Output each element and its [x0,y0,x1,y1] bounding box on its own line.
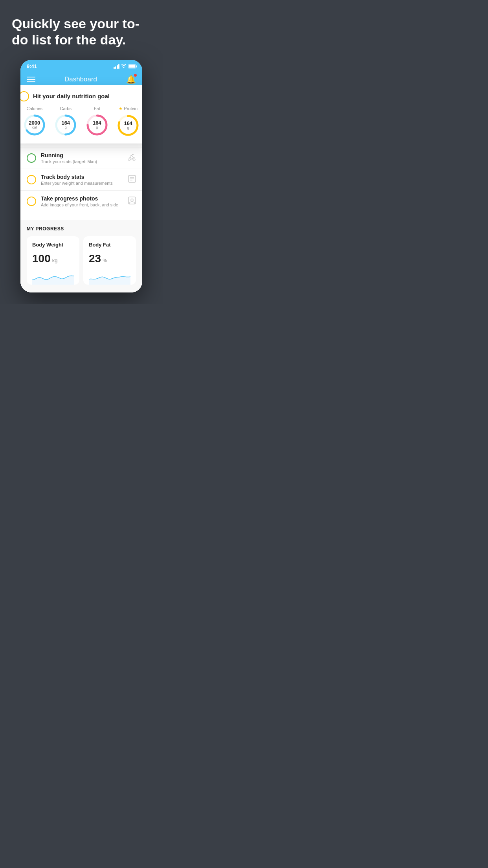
todo-item-running[interactable]: Running Track your stats (target: 5km) [20,147,142,169]
status-icons [114,64,136,69]
progress-photos-text: Take progress photos Add images of your … [41,195,123,207]
calories-label: Calories [27,106,42,111]
todo-list: Running Track your stats (target: 5km) [20,147,142,212]
calories-value: 2000 [29,120,40,126]
carbs-label: Carbs [60,106,72,111]
nutrition-calories: Calories 2000 cal [23,106,46,137]
body-fat-chart [89,269,130,285]
body-weight-card-title: Body Weight [32,242,74,248]
running-check-circle [27,153,36,163]
phone-mockup: 9:41 [20,60,142,292]
nutrition-protein: ★ Protein 164 g [116,106,140,137]
wifi-icon [121,64,127,69]
protein-label-text: Protein [124,106,138,111]
body-fat-card-title: Body Fat [89,242,130,248]
progress-photos-title: Take progress photos [41,195,123,202]
protein-circle: 164 g [116,114,140,137]
status-time: 9:41 [27,63,37,69]
notifications-button[interactable]: 🔔 [126,75,136,84]
nutrition-circles: Calories 2000 cal [20,106,142,137]
hero-section: Quickly see your to-do list for the day. [0,0,163,56]
body-stats-title: Track body stats [41,174,123,180]
fat-circle: 164 g [85,113,109,137]
carbs-value: 164 [61,120,70,126]
body-fat-value-row: 23 % [89,252,130,265]
progress-section-title: MY PROGRESS [27,226,136,232]
body-stats-icon [128,175,136,184]
calories-circle: 2000 cal [23,113,46,137]
carbs-circle: 164 g [54,113,77,137]
body-weight-value-row: 100 kg [32,252,74,265]
nutrition-check-circle[interactable] [20,91,29,101]
body-stats-subtitle: Enter your weight and measurements [41,181,123,186]
running-icon [127,154,136,162]
body-weight-card[interactable]: Body Weight 100 kg [27,236,79,285]
carbs-unit: g [61,126,70,130]
protein-value: 164 [124,121,132,126]
calories-unit: cal [29,126,40,130]
body-stats-text: Track body stats Enter your weight and m… [41,174,123,186]
svg-point-8 [128,159,130,160]
fat-unit: g [93,126,101,130]
progress-photos-check-circle [27,197,36,206]
nutrition-fat: Fat 164 g [85,106,109,137]
status-bar: 9:41 [20,60,142,72]
signal-icon [114,64,119,69]
notification-badge [134,74,137,77]
app-content: THINGS TO DO TODAY Hit your daily nutrit… [20,89,142,292]
fat-value: 164 [93,120,101,126]
nutrition-card-title: Hit your daily nutrition goal [33,93,110,99]
fat-label: Fat [94,106,100,111]
menu-button[interactable] [27,77,35,82]
progress-photos-subtitle: Add images of your front, back, and side [41,202,123,207]
progress-cards: Body Weight 100 kg [27,236,136,285]
svg-point-15 [131,199,133,201]
battery-icon [128,64,136,68]
progress-section: MY PROGRESS Body Weight 100 kg [20,220,142,285]
protein-label: ★ Protein [119,106,138,111]
nav-title: Dashboard [64,75,97,83]
running-title: Running [41,152,123,158]
todo-item-progress-photos[interactable]: Take progress photos Add images of your … [20,190,142,212]
body-fat-number: 23 [89,252,101,265]
protein-unit: g [124,126,132,130]
body-fat-unit: % [103,257,107,263]
body-weight-number: 100 [32,252,51,265]
running-subtitle: Track your stats (target: 5km) [41,159,123,164]
nutrition-card: Hit your daily nutrition goal Calories [20,85,142,143]
running-text: Running Track your stats (target: 5km) [41,152,123,164]
body-weight-unit: kg [52,257,58,263]
todo-item-body-stats[interactable]: Track body stats Enter your weight and m… [20,169,142,190]
hero-title: Quickly see your to-do list for the day. [12,16,151,48]
outer-container: Quickly see your to-do list for the day.… [0,0,163,304]
nutrition-card-header: Hit your daily nutrition goal [20,91,142,101]
nutrition-carbs: Carbs 164 g [54,106,77,137]
svg-point-9 [133,159,135,160]
progress-photos-icon [128,197,136,206]
body-fat-card[interactable]: Body Fat 23 % [83,236,136,285]
star-icon: ★ [119,106,123,111]
body-stats-check-circle [27,175,36,184]
body-weight-chart [32,269,74,285]
